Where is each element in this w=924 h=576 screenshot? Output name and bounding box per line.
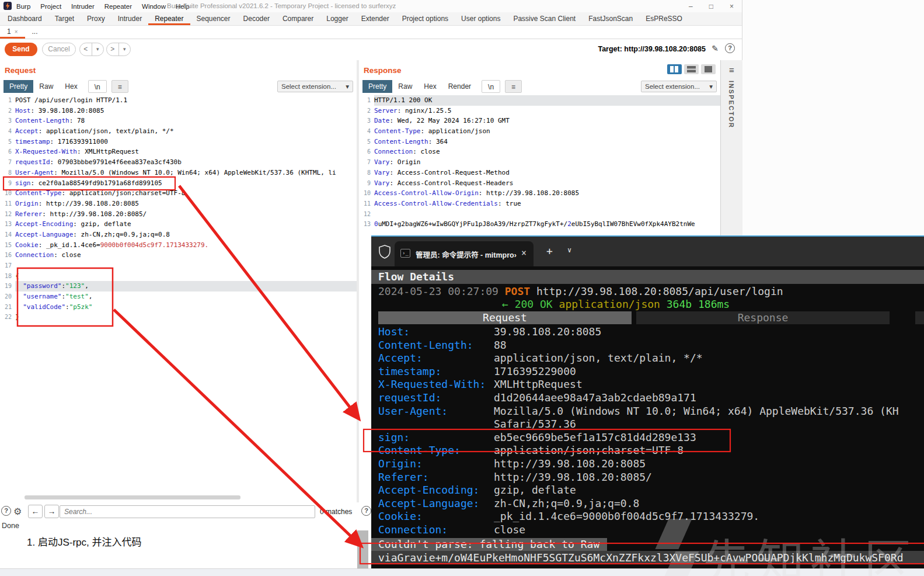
request-editor[interactable]: 1POST /api/user/login HTTP/1.12Host: 39.… — [0, 95, 357, 502]
response-line-2[interactable]: 2Server: nginx/1.25.5 — [359, 106, 720, 116]
request-line-7[interactable]: 7requestId: 07903bbbe9791e4f6eea837ea3cf… — [0, 157, 357, 168]
menu-repeater[interactable]: Repeater — [104, 3, 132, 10]
response-viewtab-newline[interactable]: \n — [482, 80, 500, 93]
flow-tab-response[interactable]: Response — [636, 311, 890, 324]
request-line-10[interactable]: 10Content-Type: application/json;charset… — [0, 188, 357, 199]
request-line-4[interactable]: 4Accept: application/json, text/plain, *… — [0, 126, 357, 137]
gear-icon[interactable]: ⚙ — [13, 506, 22, 517]
next-caret-icon[interactable]: ▾ — [118, 43, 131, 55]
request-line-15[interactable]: 15Cookie: _pk_id.1.4ce6=9000b0f004d5c9f7… — [0, 240, 357, 251]
response-extension-dropdown[interactable]: Select extension... ▾ — [641, 81, 717, 92]
request-line-20[interactable]: 20 "username":"test", — [0, 292, 357, 302]
tab-project-options[interactable]: Project options — [396, 12, 455, 25]
request-line-2[interactable]: 2Host: 39.98.108.20:8085 — [0, 106, 357, 116]
request-editor-menu-icon[interactable]: ≡ — [111, 80, 128, 93]
response-line-5[interactable]: 5Content-Length: 364 — [359, 137, 720, 147]
search-next-button[interactable]: → — [44, 505, 59, 518]
request-line-16[interactable]: 16Connection: close — [0, 250, 357, 261]
request-line-6[interactable]: 6X-Requested-With: XMLHttpRequest — [0, 147, 357, 157]
repeater-tab-more[interactable]: ... — [25, 26, 45, 39]
request-line-13[interactable]: 13Accept-Encoding: gzip, deflate — [0, 219, 357, 230]
maximize-icon[interactable]: □ — [709, 2, 713, 11]
response-viewtab-pretty[interactable]: Pretty — [362, 80, 392, 93]
tab-target[interactable]: Target — [48, 12, 81, 25]
response-line-4[interactable]: 4Content-Type: application/json — [359, 126, 720, 137]
request-line-19[interactable]: 19 "password":"123", — [0, 281, 357, 292]
request-line-17[interactable]: 17 — [0, 261, 357, 271]
request-line-11[interactable]: 11Origin: http://39.98.108.20:8085 — [0, 199, 357, 209]
request-viewtab-newline[interactable]: \n — [88, 80, 107, 93]
layout-rows-button[interactable] — [684, 64, 699, 74]
response-line-12[interactable]: 12 — [359, 209, 720, 220]
edit-target-icon[interactable]: ✎ — [712, 44, 719, 53]
close-tab-icon[interactable]: × — [15, 29, 18, 35]
flow-tab-request[interactable]: Request — [378, 311, 632, 324]
prev-arrow[interactable]: < — [80, 43, 92, 55]
request-line-14[interactable]: 14Accept-Language: zh-CN,zh;q=0.9,ja;q=0… — [0, 230, 357, 240]
next-request-button[interactable]: > ▾ — [106, 43, 131, 56]
close-tab-icon[interactable]: × — [521, 248, 526, 258]
tab-intruder[interactable]: Intruder — [111, 12, 148, 25]
menu-burp[interactable]: Burp — [16, 3, 30, 10]
response-line-13[interactable]: 130uMDI+g2bagWZ6+wIwBGQYjPFu1pJ8oA39/Hzr… — [359, 219, 720, 230]
tab-passive-scan-client[interactable]: Passive Scan Client — [507, 12, 582, 25]
response-viewtab-hex[interactable]: Hex — [418, 80, 442, 93]
help-icon[interactable]: ? — [725, 43, 735, 53]
notes-scrollbar[interactable] — [357, 530, 368, 569]
menu-intruder[interactable]: Intruder — [71, 3, 95, 10]
response-viewtab-raw[interactable]: Raw — [392, 80, 418, 93]
request-viewtab-pretty[interactable]: Pretty — [4, 80, 33, 93]
request-line-22[interactable]: 22} — [0, 312, 357, 322]
help-icon[interactable]: ? — [1, 506, 11, 516]
prev-request-button[interactable]: < ▾ — [79, 43, 104, 56]
response-line-6[interactable]: 6Connection: close — [359, 147, 720, 157]
inspector-menu-icon[interactable]: ≡ — [727, 65, 737, 75]
request-line-1[interactable]: 1POST /api/user/login HTTP/1.1 — [0, 95, 357, 106]
request-horizontal-scrollbar[interactable] — [25, 495, 240, 499]
response-line-11[interactable]: 11Access-Control-Allow-Credentials: true — [359, 199, 720, 209]
request-line-21[interactable]: 21 "validCode":"p5zk" — [0, 302, 357, 313]
request-viewtab-hex[interactable]: Hex — [59, 80, 83, 93]
tab-extender[interactable]: Extender — [355, 12, 396, 25]
help-icon[interactable]: ? — [361, 506, 371, 516]
response-line-9[interactable]: 9Vary: Access-Control-Request-Headers — [359, 178, 720, 189]
request-viewtab-raw[interactable]: Raw — [33, 80, 59, 93]
minimize-icon[interactable]: – — [689, 2, 693, 11]
request-line-3[interactable]: 3Content-Length: 78 — [0, 116, 357, 126]
request-extension-dropdown[interactable]: Select extension... ▾ — [277, 81, 353, 92]
tab-repeater[interactable]: Repeater — [148, 12, 190, 25]
cancel-button[interactable]: Cancel — [42, 43, 76, 56]
response-line-7[interactable]: 7Vary: Origin — [359, 157, 720, 168]
request-line-9[interactable]: 9sign: ce2f0a1a88549fd9b1791a68fd899105 — [0, 178, 357, 189]
request-line-18[interactable]: 18{ — [0, 271, 357, 282]
terminal-tab[interactable]: ›_ 管理员: 命令提示符 - mitmpro› × — [395, 241, 534, 266]
response-line-8[interactable]: 8Vary: Access-Control-Request-Method — [359, 168, 720, 178]
request-line-5[interactable]: 5timestamp: 1716393911000 — [0, 137, 357, 147]
response-viewtab-render[interactable]: Render — [442, 80, 477, 93]
tab-fastjsonscan[interactable]: FastJsonScan — [582, 12, 639, 25]
layout-columns-button[interactable] — [667, 64, 682, 74]
search-input[interactable] — [60, 505, 315, 518]
menu-window[interactable]: Window — [142, 3, 166, 10]
prev-caret-icon[interactable]: ▾ — [92, 43, 104, 55]
close-icon[interactable]: × — [730, 2, 734, 11]
repeater-tab-1[interactable]: 1× — [0, 26, 25, 39]
tab-sequencer[interactable]: Sequencer — [190, 12, 237, 25]
response-line-3[interactable]: 3Date: Wed, 22 May 2024 16:27:10 GMT — [359, 116, 720, 126]
new-tab-icon[interactable]: + — [546, 245, 553, 257]
tab-proxy[interactable]: Proxy — [81, 12, 111, 25]
tab-espresso[interactable]: EsPReSSO — [639, 12, 689, 25]
tab-logger[interactable]: Logger — [320, 12, 354, 25]
response-line-10[interactable]: 10Access-Control-Allow-Origin: http://39… — [359, 188, 720, 199]
request-line-12[interactable]: 12Referer: http://39.98.108.20:8085/ — [0, 209, 357, 220]
layout-single-button[interactable] — [701, 64, 716, 74]
menu-project[interactable]: Project — [40, 3, 61, 10]
response-line-1[interactable]: 1HTTP/1.1 200 OK — [359, 95, 720, 106]
next-arrow[interactable]: > — [107, 43, 118, 55]
response-editor-menu-icon[interactable]: ≡ — [505, 80, 522, 93]
tab-dropdown-icon[interactable]: ∨ — [567, 246, 571, 254]
request-line-8[interactable]: 8User-Agent: Mozilla/5.0 (Windows NT 10.… — [0, 168, 357, 178]
send-button[interactable]: Send — [5, 43, 37, 56]
tab-user-options[interactable]: User options — [455, 12, 507, 25]
search-prev-button[interactable]: ← — [28, 505, 43, 518]
